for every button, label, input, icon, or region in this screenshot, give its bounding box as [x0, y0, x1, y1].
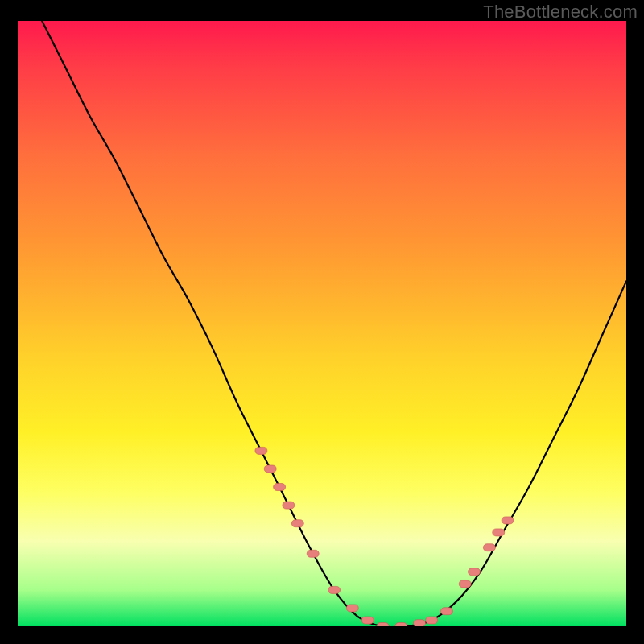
- watermark-text: TheBottleneck.com: [483, 2, 638, 23]
- chart-frame: TheBottleneck.com: [0, 0, 644, 644]
- gradient-background: [18, 21, 626, 626]
